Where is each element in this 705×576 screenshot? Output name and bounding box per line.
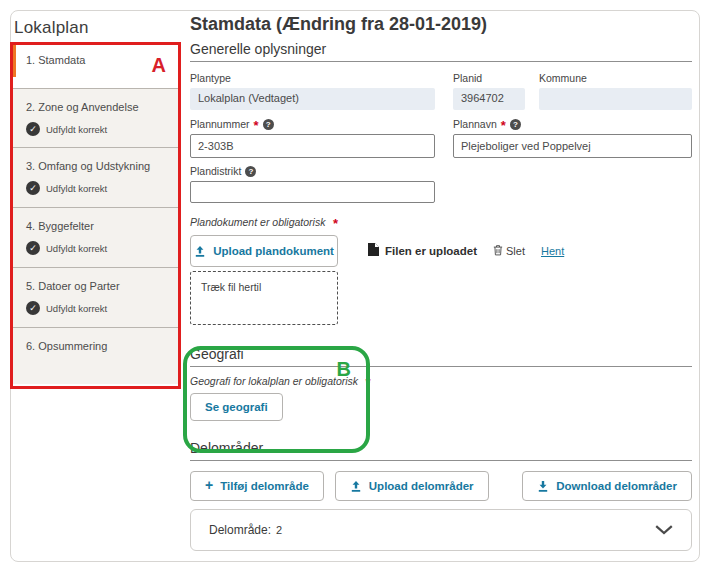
slet-label: Slet: [506, 245, 525, 257]
page-title: Stamdata (Ændring fra 28-01-2019): [190, 14, 692, 35]
step-status-text: Udfyldt korrekt: [46, 243, 107, 254]
check-circle-icon: ✓: [26, 241, 40, 255]
delomraade-panel-value: 2: [276, 524, 282, 536]
download-delomraader-label: Download delområder: [556, 480, 677, 492]
help-icon[interactable]: ?: [263, 119, 274, 130]
step-label: 1. Stamdata: [26, 54, 171, 66]
plus-icon: +: [205, 477, 213, 493]
section-heading-generelle: Generelle oplysninger: [190, 41, 692, 57]
plantype-field: Lokalplan (Vedtaget): [190, 88, 435, 110]
step-label: 6. Opsummering: [26, 340, 171, 352]
step-status-text: Udfyldt korrekt: [46, 183, 107, 194]
section-heading-delomraader: Delområder: [190, 440, 692, 456]
form-row-2: Plannummer * ? Plannavn * ?: [190, 118, 692, 158]
file-uploaded-text: Filen er uploadet: [385, 245, 477, 257]
step-label: 5. Datoer og Parter: [26, 280, 171, 292]
upload-delomraader-button[interactable]: Upload delområder: [335, 471, 489, 501]
plandistrikt-input[interactable]: [190, 181, 435, 203]
step-status: ✓ Udfyldt korrekt: [26, 301, 171, 319]
step-status-text: Udfyldt korrekt: [46, 124, 107, 135]
step-status: ✓ Udfyldt korrekt: [26, 122, 171, 140]
slet-link[interactable]: Slet: [493, 244, 525, 258]
section-divider: [190, 460, 692, 461]
step-status: ✓ Udfyldt korrekt: [26, 241, 171, 259]
check-circle-icon: ✓: [26, 122, 40, 136]
planid-field: 3964702: [453, 88, 525, 110]
upload-icon: [194, 245, 206, 258]
step-status: ✓ Udfyldt korrekt: [26, 181, 171, 199]
sidebar-title: Lokalplan: [11, 11, 181, 38]
sidebar-item-omfang-og-udstykning[interactable]: 3. Omfang og Udstykning ✓ Udfyldt korrek…: [11, 147, 181, 207]
file-dropzone[interactable]: Træk fil hertil: [190, 271, 338, 325]
form-row-3: Plandistrikt ?: [190, 165, 692, 203]
step-list: 1. Stamdata 2. Zone og Anvendelse ✓ Udfy…: [11, 42, 181, 384]
required-asterisk: *: [254, 122, 259, 130]
sidebar: Lokalplan 1. Stamdata 2. Zone og Anvende…: [11, 11, 181, 561]
step-label: 3. Omfang og Udstykning: [26, 160, 171, 172]
plandata-page: Lokalplan 1. Stamdata 2. Zone og Anvende…: [0, 0, 705, 576]
dropzone-text: Træk fil hertil: [201, 281, 261, 293]
delomraader-buttons: + Tilføj delområde Upload delområder Dow…: [190, 471, 692, 501]
section-heading-geografi: Geografi: [190, 346, 692, 362]
section-divider: [190, 61, 692, 62]
download-icon: [537, 480, 549, 493]
plannavn-input[interactable]: [453, 134, 692, 158]
section-divider: [190, 366, 692, 367]
help-icon[interactable]: ?: [510, 119, 521, 130]
file-status: Filen er uploadet Slet Hent: [368, 242, 564, 260]
sidebar-item-datoer-og-parter[interactable]: 5. Datoer og Parter ✓ Udfyldt korrekt: [11, 267, 181, 327]
chevron-down-icon: [655, 525, 673, 535]
step-status-text: Udfyldt korrekt: [46, 303, 107, 314]
sidebar-item-opsummering[interactable]: 6. Opsummering: [11, 327, 181, 384]
plan-editor-card: Lokalplan 1. Stamdata 2. Zone og Anvende…: [10, 10, 700, 562]
trash-icon: [493, 244, 503, 258]
step-label: 2. Zone og Anvendelse: [26, 101, 171, 113]
upload-plandokument-label: Upload plandokument: [213, 245, 334, 257]
sidebar-item-byggefelter[interactable]: 4. Byggefelter ✓ Udfyldt korrekt: [11, 207, 181, 267]
delomraade-panel-header[interactable]: Delområde: 2: [190, 509, 692, 551]
sidebar-item-stamdata[interactable]: 1. Stamdata: [11, 42, 181, 88]
plandokument-upload-row: Upload plandokument Filen er uploadet Sl…: [190, 235, 692, 267]
hent-link[interactable]: Hent: [541, 245, 564, 257]
plandokument-note: Plandokument er obligatorisk: [190, 216, 325, 228]
form-row-1: Plantype Lokalplan (Vedtaget) Planid 396…: [190, 72, 692, 110]
plantype-label: Plantype: [190, 72, 435, 84]
kommune-field: [539, 88, 692, 110]
check-circle-icon: ✓: [26, 301, 40, 315]
planid-label: Planid: [453, 72, 525, 84]
upload-plandokument-button[interactable]: Upload plandokument: [190, 235, 338, 267]
tilfoj-delomraade-button[interactable]: + Tilføj delområde: [190, 471, 324, 501]
main-content: Stamdata (Ændring fra 28-01-2019) Genere…: [181, 11, 704, 561]
plannummer-input[interactable]: [190, 134, 435, 158]
delomraade-panel-label: Delområde:: [209, 523, 271, 537]
geografi-note: Geografi for lokalplan er obligatorisk: [190, 375, 358, 387]
se-geografi-button[interactable]: Se geografi: [190, 393, 283, 421]
plannummer-label: Plannummer: [190, 118, 250, 130]
sidebar-item-zone-og-anvendelse[interactable]: 2. Zone og Anvendelse ✓ Udfyldt korrekt: [11, 88, 181, 147]
check-circle-icon: ✓: [26, 181, 40, 195]
active-step-indicator: [11, 45, 16, 77]
tilfoj-delomraade-label: Tilføj delområde: [220, 480, 309, 492]
file-icon: [368, 242, 379, 260]
required-asterisk: *: [332, 220, 337, 228]
required-asterisk: *: [365, 379, 370, 387]
plandistrikt-label: Plandistrikt: [190, 165, 241, 177]
help-icon[interactable]: ?: [245, 166, 256, 177]
download-delomraader-button[interactable]: Download delområder: [522, 471, 692, 501]
plannavn-label: Plannavn: [453, 118, 497, 130]
upload-icon: [350, 480, 362, 493]
upload-delomraader-label: Upload delområder: [369, 480, 474, 492]
kommune-label: Kommune: [539, 72, 692, 84]
step-label: 4. Byggefelter: [26, 220, 171, 232]
required-asterisk: *: [501, 122, 506, 130]
